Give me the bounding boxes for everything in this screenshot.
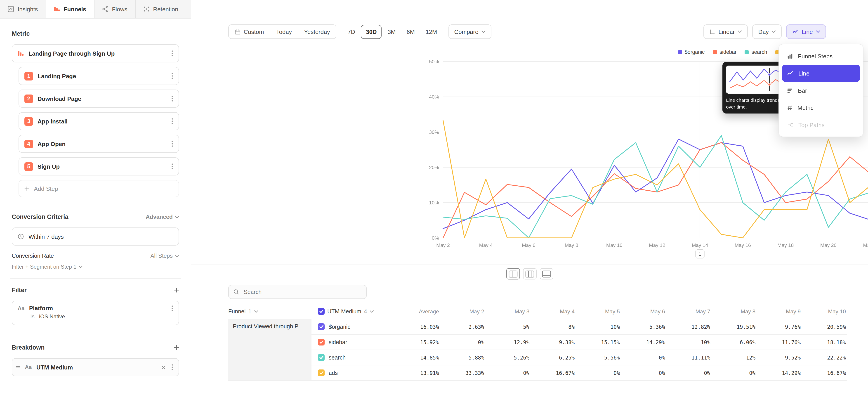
menu-item-label: Line [798, 70, 809, 77]
legend-item[interactable]: sidebar [713, 49, 737, 55]
app-root: Insights Funnels Flows Retention Metric … [0, 0, 868, 407]
chart-type-dropdown[interactable]: Line [786, 24, 826, 39]
value-column-header[interactable]: May 3 [485, 304, 530, 319]
value-column-header[interactable]: May 9 [756, 304, 802, 319]
table-cell: 16.67% [802, 366, 847, 381]
series-checkbox[interactable] [318, 370, 324, 376]
series-checkbox[interactable] [318, 354, 324, 361]
table-cell: 0% [621, 366, 666, 381]
series-checkbox[interactable] [318, 339, 324, 345]
range-7d-button[interactable]: 7D [343, 24, 360, 39]
menu-item-bar[interactable]: Bar [782, 82, 860, 99]
kebab-icon[interactable] [171, 73, 173, 79]
value-column-header[interactable]: May 7 [666, 304, 711, 319]
add-filter-button[interactable] [174, 288, 179, 292]
filter-card-platform[interactable]: Aa Platform Is iOS Native [12, 301, 179, 325]
scale-dropdown[interactable]: Linear [704, 24, 748, 39]
conversion-window-control[interactable]: Within 7 days [12, 227, 179, 246]
search-box[interactable] [228, 285, 367, 299]
table-cell: 19.51% [711, 319, 756, 335]
funnel-step-row[interactable]: 4 App Open [19, 135, 179, 153]
table-cell: 0% [576, 366, 621, 381]
menu-item-line[interactable]: Line [782, 65, 860, 82]
funnel-step-row[interactable]: 3 App Install [19, 112, 179, 130]
table-cell: 5% [485, 319, 530, 335]
view-toggle-plain[interactable] [539, 268, 553, 279]
today-button[interactable]: Today [270, 25, 298, 38]
tab-funnels[interactable]: Funnels [46, 0, 94, 18]
svg-text:40%: 40% [429, 94, 439, 100]
breakdown-card-utm-medium[interactable]: Aa UTM Medium [12, 358, 179, 376]
kebab-icon[interactable] [171, 163, 173, 169]
kebab-icon[interactable] [171, 305, 173, 311]
funnelsteps-icon [787, 53, 793, 59]
table-row-label[interactable]: ads [311, 366, 391, 381]
tab-retention[interactable]: Retention [135, 0, 186, 18]
value-column-header[interactable]: May 8 [711, 304, 756, 319]
filter-operator[interactable]: Is [30, 313, 35, 320]
kebab-icon[interactable] [171, 95, 173, 102]
funnel-step-row[interactable]: 2 Download Page [19, 90, 179, 107]
funnel-step-row[interactable]: 5 Sign Up [19, 157, 179, 176]
compare-button[interactable]: Compare [448, 24, 492, 39]
value-column-header[interactable]: May 2 [440, 304, 485, 319]
conversion-rate-dropdown[interactable]: All Steps [150, 253, 179, 259]
conversion-mode-dropdown[interactable]: Advanced [146, 214, 179, 220]
svg-text:May 22: May 22 [863, 242, 868, 248]
chevron-down-icon [816, 30, 820, 33]
tab-flows[interactable]: Flows [94, 0, 135, 18]
value-column-header[interactable]: May 6 [621, 304, 666, 319]
svg-text:May 8: May 8 [565, 242, 578, 248]
table-row-label[interactable]: sidebar [311, 335, 391, 350]
toppaths-icon [787, 122, 794, 128]
select-all-checkbox[interactable] [318, 308, 324, 315]
step-number-badge: 1 [24, 72, 33, 80]
menu-item-funnel-steps[interactable]: Funnel Steps [782, 48, 860, 65]
legend-item[interactable]: search [745, 49, 767, 55]
value-column-header[interactable]: May 10 [802, 304, 847, 319]
kebab-icon[interactable] [171, 140, 173, 147]
kebab-icon[interactable] [171, 118, 173, 124]
funnel-step-row[interactable]: 1 Landing Page [19, 67, 179, 85]
tab-insights[interactable]: Insights [0, 0, 46, 18]
view-toggle-columns[interactable] [523, 268, 536, 279]
value-column-header[interactable]: May 4 [530, 304, 576, 319]
add-step-button[interactable]: Add Step [19, 180, 179, 197]
table-row-label[interactable]: search [311, 350, 391, 366]
tooltip-text: Line charts display trends over time. [726, 97, 785, 110]
funnel-column-header[interactable]: Funnel1 [228, 304, 311, 319]
close-icon[interactable] [161, 365, 166, 370]
kebab-icon[interactable] [171, 364, 173, 370]
kebab-icon[interactable] [171, 50, 173, 57]
series-checkbox[interactable] [318, 323, 324, 330]
search-input[interactable] [243, 288, 362, 295]
yesterday-button[interactable]: Yesterday [298, 25, 336, 38]
add-breakdown-button[interactable] [174, 345, 179, 350]
filter-value[interactable]: iOS Native [39, 313, 65, 320]
filter-segment-dropdown[interactable]: Filter + Segment on Step 1 [12, 264, 83, 270]
range-12m-button[interactable]: 12M [421, 24, 442, 39]
step-label: Landing Page [37, 72, 76, 80]
view-toggle-split[interactable] [506, 268, 520, 279]
value-column-header[interactable]: Average [391, 304, 440, 319]
svg-text:May 6: May 6 [522, 242, 535, 248]
range-6m-button[interactable]: 6M [402, 24, 420, 39]
table-cell: 22.22% [802, 350, 847, 366]
menu-item-top-paths[interactable]: Top Paths [782, 116, 860, 133]
chevron-down-icon [738, 30, 742, 33]
drag-handle-icon[interactable] [16, 365, 20, 370]
table-group-cell[interactable]: Product Viewed through P... [228, 319, 311, 381]
tab-label: Funnels [64, 6, 86, 12]
chart-controls: Linear Day Line [704, 24, 826, 39]
value-column-header[interactable]: May 5 [576, 304, 621, 319]
table-row-label[interactable]: $organic [311, 319, 391, 335]
custom-date-button[interactable]: Custom [229, 25, 270, 38]
menu-item-metric[interactable]: Metric [782, 99, 860, 116]
chevron-down-icon [175, 255, 179, 257]
range-30d-button[interactable]: 30D [361, 25, 382, 39]
funnel-metric-card[interactable]: Landing Page through Sign Up [12, 44, 179, 62]
granularity-dropdown[interactable]: Day [752, 24, 782, 39]
legend-item[interactable]: $organic [678, 49, 705, 55]
breakdown-column-header[interactable]: UTM Medium4 [311, 304, 391, 319]
range-3m-button[interactable]: 3M [383, 24, 401, 39]
